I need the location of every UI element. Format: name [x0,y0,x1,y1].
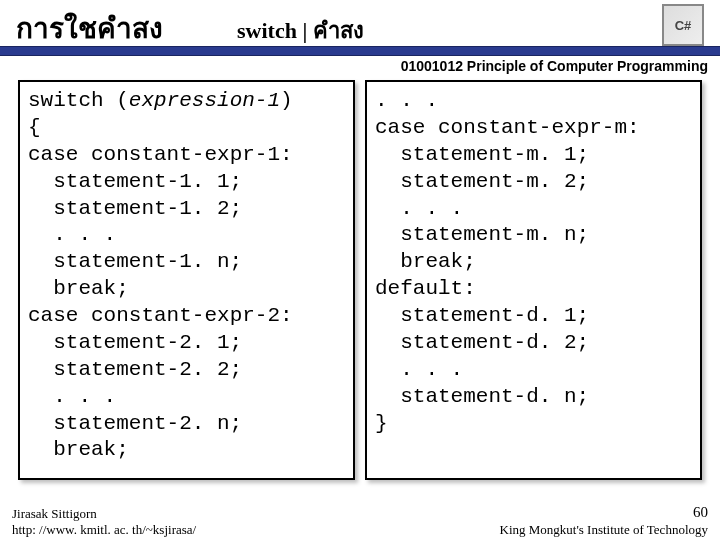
code-line: default: [375,276,692,303]
logo-badge: C# [662,4,704,46]
divider-bar [0,46,720,56]
code-line: statement-2. n; [28,411,345,438]
logo-text: C# [675,18,692,33]
course-code-line: 01001012 Principle of Computer Programmi… [401,58,708,74]
code-line: statement-1. 1; [28,169,345,196]
code-line: break; [28,437,345,464]
code-line: case constant-expr-m: [375,115,692,142]
page-number: 60 [500,503,708,522]
code-box-right: . . . case constant-expr-m: statement-m.… [365,80,702,480]
code-line: statement-m. 2; [375,169,692,196]
code-line: . . . [28,384,345,411]
footer-left: Jirasak Sittigorn http: //www. kmitl. ac… [12,506,196,539]
content-area: switch (expression-1) { case constant-ex… [18,80,702,480]
slide-header: การใชคำสง switch | คำสง C# [0,0,720,54]
code-line: } [375,411,692,438]
code-line: statement-d. n; [375,384,692,411]
code-line: break; [28,276,345,303]
code-line: case constant-expr-1: [28,142,345,169]
footer-right: 60 King Mongkut's Institute of Technolog… [500,503,708,538]
institute-name: King Mongkut's Institute of Technology [500,522,708,538]
code-line: statement-d. 2; [375,330,692,357]
code-line: statement-1. n; [28,249,345,276]
code-line: switch (expression-1) [28,88,345,115]
code-line: statement-2. 1; [28,330,345,357]
code-line: statement-2. 2; [28,357,345,384]
author-url: http: //www. kmitl. ac. th/~ksjirasa/ [12,522,196,538]
code-box-left: switch (expression-1) { case constant-ex… [18,80,355,480]
code-line: . . . [375,357,692,384]
title-main: การใชคำสง [16,6,163,50]
code-line: statement-m. 1; [375,142,692,169]
code-line: case constant-expr-2: [28,303,345,330]
code-line: { [28,115,345,142]
code-line: . . . [28,464,345,480]
code-line: statement-d. 1; [375,303,692,330]
code-line: break; [375,249,692,276]
code-line: . . . [375,196,692,223]
code-line: . . . [375,88,692,115]
code-line: statement-1. 2; [28,196,345,223]
title-sub: switch | คำสง [237,13,364,48]
author-name: Jirasak Sittigorn [12,506,196,522]
code-line: . . . [28,222,345,249]
code-line: statement-m. n; [375,222,692,249]
